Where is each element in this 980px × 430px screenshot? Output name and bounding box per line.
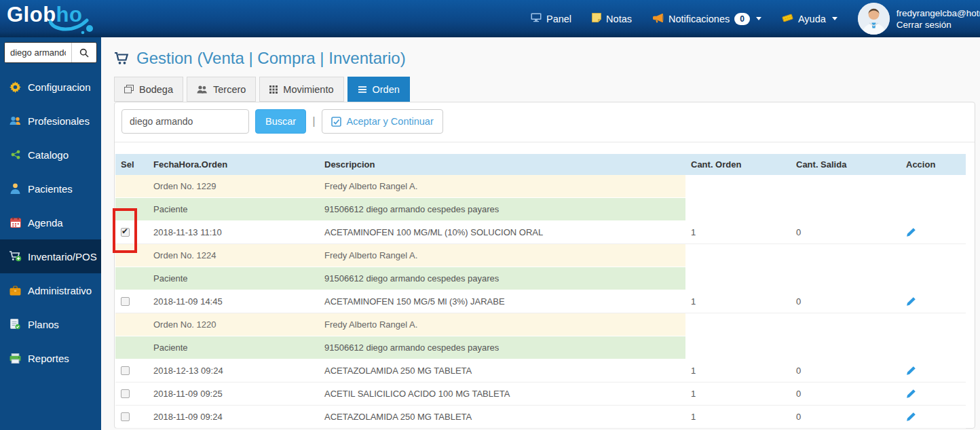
edit-icon[interactable]	[906, 366, 916, 376]
edit-icon[interactable]	[906, 296, 916, 307]
row-select-checkbox[interactable]	[121, 412, 130, 421]
nav-ayuda-label: Ayuda	[798, 14, 826, 24]
sidebar-item-planos[interactable]: Planos	[0, 307, 101, 341]
item-cant-salida: 0	[791, 406, 901, 428]
table-header-row: Sel FechaHora.Orden Descripcion Cant. Or…	[115, 154, 966, 175]
table-row-patient: Paciente 91506612 diego armando cespedes…	[115, 336, 966, 359]
table-row-patient: Paciente 91506612 diego armando cespedes…	[115, 267, 966, 290]
header-cant-salida: Cant. Salida	[791, 154, 901, 175]
table-row-order: Orden No. 1220 Fredy Alberto Rangel A.	[115, 313, 966, 336]
nav-notas-label: Notas	[606, 14, 632, 24]
buscar-button[interactable]: Buscar	[255, 109, 306, 134]
order-number: Orden No. 1229	[148, 175, 319, 197]
item-datetime: 2018-11-13 11:10	[148, 221, 319, 243]
item-datetime: 2018-12-13 09:24	[148, 359, 319, 382]
table-row-item: 2018-12-13 09:24 ACETAZOLAMIDA 250 MG TA…	[115, 359, 966, 383]
patient-label: Paciente	[148, 198, 319, 220]
order-number: Orden No. 1220	[148, 313, 319, 336]
edit-icon[interactable]	[906, 389, 916, 399]
avatar[interactable]	[858, 3, 890, 35]
tab-bar: Bodega Tercero Movimiento Orden	[114, 77, 980, 102]
table-row-order: Orden No. 1224 Fredy Alberto Rangel A.	[115, 244, 966, 267]
chevron-down-icon	[832, 17, 837, 20]
order-owner: Fredy Alberto Rangel A.	[319, 313, 685, 336]
sidebar-item-label: Pacientes	[28, 183, 73, 195]
item-description: ACETAZOLAMIDA 250 MG TABLETA	[319, 359, 685, 382]
list-icon	[358, 85, 367, 94]
row-select-checkbox[interactable]	[121, 228, 130, 237]
user-email: fredyrangelcba@hotmail.com	[897, 7, 980, 19]
edit-icon[interactable]	[906, 412, 916, 422]
sidebar-item-reportes[interactable]: Reportes	[0, 341, 101, 375]
sidebar-item-label: Inventario/POS	[28, 251, 97, 262]
sidebar-item-label: Configuracion	[28, 81, 91, 93]
sidebar-item-profesionales[interactable]: Profesionales	[0, 104, 101, 138]
page-title: Gestion (Venta | Compra | Inventario)	[114, 49, 980, 68]
table-row-patient: Paciente 91506612 diego armando cespedes…	[115, 198, 966, 221]
item-cant-salida: 0	[791, 383, 901, 405]
monitor-icon	[531, 13, 542, 24]
item-datetime: 2018-11-09 09:24	[148, 406, 319, 428]
sidebar-item-label: Administrativo	[28, 285, 92, 296]
people-icon	[197, 85, 208, 94]
sidebar-item-catalogo[interactable]: Catalogo	[0, 138, 101, 172]
sidebar-item-label: Planos	[28, 319, 59, 330]
nav-notificaciones[interactable]: Notificaciones 0	[652, 13, 761, 25]
table-row-order: Orden No. 1229 Fredy Alberto Rangel A.	[115, 175, 966, 198]
search-button[interactable]	[71, 43, 96, 62]
sidebar-item-administrativo[interactable]: Administrativo	[0, 273, 101, 307]
item-datetime: 2018-11-09 14:45	[148, 290, 319, 313]
order-owner: Fredy Alberto Rangel A.	[319, 244, 685, 267]
patient-value: 91506612 diego armando cespedes payares	[319, 198, 685, 220]
top-navbar: Globho Panel Notas Notificaciones 0 Ayud…	[0, 0, 980, 37]
calendar-icon	[9, 217, 22, 228]
gear-icon	[9, 81, 22, 93]
row-select-checkbox[interactable]	[121, 297, 130, 306]
row-select-checkbox[interactable]	[121, 389, 130, 398]
sidebar-item-label: Catalogo	[28, 149, 69, 161]
header-descripcion: Descripcion	[319, 154, 685, 175]
aceptar-continuar-button[interactable]: Aceptar y Continuar	[322, 109, 443, 134]
tab-movimiento[interactable]: Movimiento	[259, 77, 343, 102]
item-cant-orden: 1	[685, 290, 791, 313]
search-row: Buscar | Aceptar y Continuar	[115, 102, 975, 142]
sidebar-search-input[interactable]	[5, 43, 71, 62]
professionals-icon	[9, 116, 22, 125]
sidebar-item-configuracion[interactable]: Configuracion	[0, 70, 101, 104]
nav-panel[interactable]: Panel	[531, 13, 571, 24]
orden-search-input[interactable]	[121, 109, 249, 134]
sidebar-item-agenda[interactable]: Agenda	[0, 206, 101, 239]
cart-plus-icon	[9, 251, 22, 262]
logout-link[interactable]: Cerrar sesión	[897, 19, 980, 31]
item-description: ACETAZOLAMIDA 250 MG TABLETA	[319, 406, 685, 428]
nav-ayuda[interactable]: Ayuda	[782, 14, 837, 24]
edit-icon[interactable]	[906, 227, 916, 237]
header-sel: Sel	[115, 154, 148, 175]
nav-notas[interactable]: Notas	[592, 13, 632, 24]
tab-tercero[interactable]: Tercero	[187, 77, 256, 102]
sidebar-search	[4, 42, 97, 63]
patient-value: 91506612 diego armando cespedes payares	[319, 267, 685, 290]
nav-panel-label: Panel	[546, 14, 571, 24]
tab-bodega[interactable]: Bodega	[114, 77, 183, 102]
item-cant-salida: 0	[791, 359, 901, 382]
table-row-item: 2018-11-09 14:45 ACETAMINOFEN 150 MG/5 M…	[115, 290, 966, 313]
item-description: ACETAMINOFEN 150 MG/5 Ml (3%) JARABE	[319, 290, 685, 313]
checkbox-checked-icon	[331, 117, 341, 127]
orders-table: Sel FechaHora.Orden Descripcion Cant. Or…	[115, 154, 965, 429]
catalog-icon	[9, 150, 22, 159]
patient-label: Paciente	[148, 336, 319, 359]
document-check-icon	[9, 319, 22, 330]
printer-icon	[9, 353, 22, 364]
ticket-icon	[782, 14, 793, 24]
order-number: Orden No. 1224	[148, 244, 319, 267]
tab-orden[interactable]: Orden	[347, 77, 410, 102]
header-fechahora: FechaHora.Orden	[148, 154, 319, 175]
sidebar-item-pacientes[interactable]: Pacientes	[0, 172, 101, 206]
item-description: ACETAMINOFEN 100 MG/ML (10%) SOLUCION OR…	[319, 221, 685, 243]
grid-icon	[269, 85, 278, 94]
logo-swoosh-icon	[49, 18, 96, 35]
row-select-checkbox[interactable]	[121, 366, 130, 375]
sidebar-item-label: Agenda	[28, 217, 63, 229]
sidebar-item-inventario-pos[interactable]: Inventario/POS	[0, 239, 101, 273]
